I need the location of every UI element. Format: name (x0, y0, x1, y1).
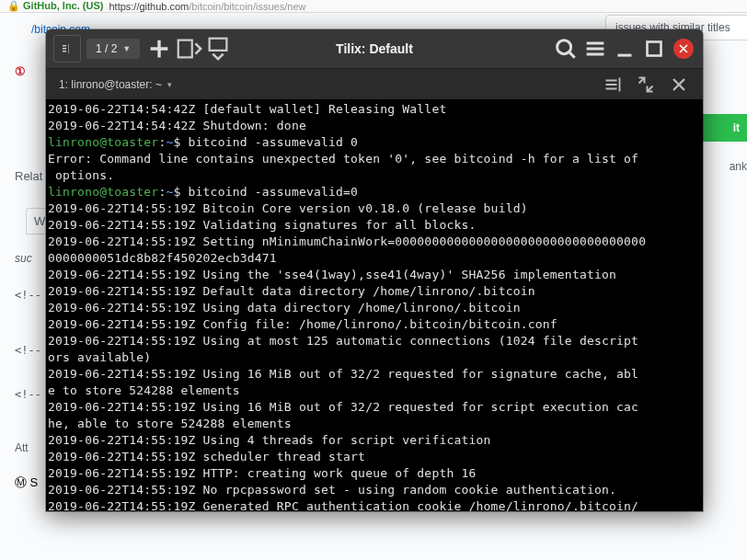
app-menu-icon[interactable] (581, 35, 609, 63)
tilix-window: Tilix: Default 1 / 2 ▼ (46, 29, 703, 511)
svg-rect-1 (63, 48, 66, 50)
related-label: Relat (15, 169, 42, 183)
svg-rect-5 (210, 39, 227, 51)
split-down-icon[interactable] (204, 35, 232, 63)
url-host: https://github.com (109, 1, 189, 12)
template-comment: <!-- (15, 344, 41, 357)
url-path: /bitcoin/bitcoin/issues/new (189, 1, 305, 12)
tab-label: 1: linrono@toaster: ~ (59, 78, 162, 91)
template-comment: <!-- (15, 289, 41, 302)
session-pager[interactable]: 1 / 2 ▼ (86, 39, 140, 59)
terminal-hamburger-icon[interactable] (53, 35, 81, 63)
minimize-button[interactable] (611, 35, 638, 63)
terminal-tab-bar: 1: linrono@toaster: ~ ▾ (46, 68, 703, 99)
markdown-icon[interactable]: Ⓜ S (15, 474, 38, 491)
svg-rect-2 (63, 51, 66, 52)
maximize-button[interactable] (640, 35, 668, 63)
svg-rect-0 (63, 45, 66, 47)
chevron-down-icon[interactable]: ▾ (167, 80, 172, 89)
svg-rect-10 (618, 54, 632, 57)
attach-label[interactable]: Att (15, 441, 29, 454)
submit-issue-button[interactable]: it (697, 114, 747, 142)
split-right-icon[interactable] (175, 35, 202, 63)
template-comment: <!-- (15, 388, 41, 401)
svg-rect-4 (178, 40, 192, 58)
required-marker-icon: ① (15, 64, 26, 78)
chevron-down-icon: ▼ (122, 44, 131, 53)
svg-rect-7 (587, 42, 604, 45)
site-identity-badge[interactable]: 🔒 GitHub, Inc. (US) (7, 0, 103, 12)
window-titlebar[interactable]: Tilix: Default 1 / 2 ▼ (46, 29, 703, 68)
success-text: suc (15, 252, 32, 265)
search-icon[interactable] (552, 35, 580, 63)
svg-rect-8 (587, 48, 604, 51)
browser-address-bar: 🔒 GitHub, Inc. (US) https://github.com /… (0, 0, 747, 13)
input-sync-icon[interactable] (602, 74, 624, 96)
svg-point-6 (557, 40, 571, 54)
thanks-text: anks (730, 160, 747, 173)
pane-maximize-icon[interactable] (635, 74, 657, 96)
pane-close-icon[interactable] (668, 74, 690, 96)
svg-rect-3 (68, 44, 69, 53)
page-indicator: 1 / 2 (96, 42, 117, 55)
svg-rect-11 (648, 42, 661, 56)
terminal-tab[interactable]: 1: linrono@toaster: ~ ▾ (52, 73, 179, 97)
close-button[interactable] (673, 39, 694, 59)
terminal-output[interactable]: 2019-06-22T14:54:42Z [default wallet] Re… (46, 99, 703, 511)
add-terminal-button[interactable] (145, 35, 173, 63)
svg-rect-9 (587, 53, 604, 56)
